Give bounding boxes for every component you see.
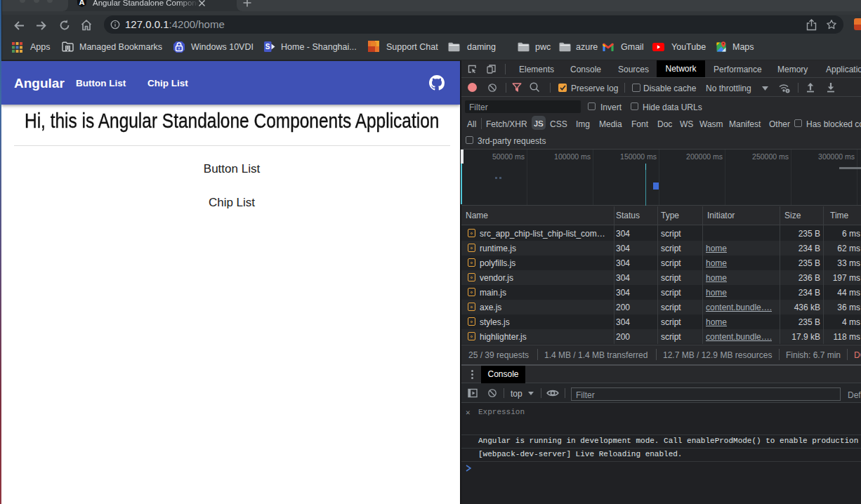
svg-text:S: S	[265, 43, 270, 51]
svg-text:A: A	[79, 0, 85, 6]
